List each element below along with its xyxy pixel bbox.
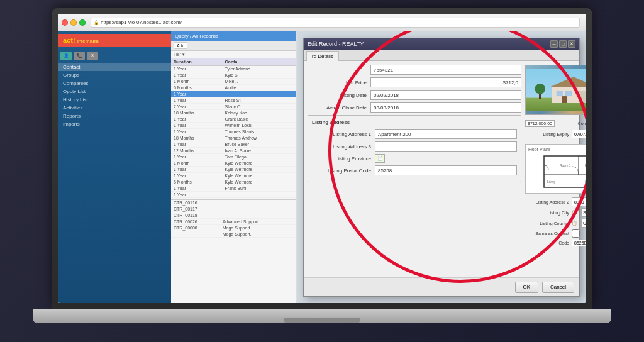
cancel-button[interactable]: Cancel [542,282,574,293]
table-row[interactable]: 1 Year [171,91,296,97]
comm-rate-label: Comm Rate [557,121,586,126]
dialog-close-btn[interactable]: ✕ [568,40,575,48]
sidebar-item-imports[interactable]: Imports [58,120,171,128]
sidebar-label: Oppty List [63,89,86,94]
browser-address-bar[interactable]: 🔒 https://sap1-vio-07.hosted1.act.com/ [91,18,580,28]
listing-date-input[interactable] [370,90,521,100]
table-row[interactable]: 1 YearKyle S [171,72,296,79]
dialog-bottom: OK Cancel [304,277,579,296]
address-section: Listing Address Listing Address 1 [308,115,521,182]
close-date-input[interactable] [370,102,521,113]
table-row[interactable]: 1 YearThomas Stanis [171,129,296,135]
list-filter[interactable]: Tier ▾ [171,51,296,58]
browser-close-btn[interactable] [62,19,68,26]
sidebar-label: Activities [63,105,83,111]
nav-icon-1[interactable]: 👤 [60,52,72,60]
table-row[interactable]: CTR_00117 [171,206,296,212]
address3-input[interactable] [375,141,517,152]
table-row[interactable]: 6 MonthsKyle Wetmore [171,179,296,185]
id-input[interactable] [370,65,521,75]
table-row[interactable]: CTR_00116 [171,200,296,206]
table-row[interactable]: 1 YearTom Filega [171,154,296,160]
nav-icon-2[interactable]: 📞 [74,52,85,60]
listing-expiry-input[interactable] [572,130,586,138]
province-document-icon[interactable]: 📄 [375,154,385,163]
ok-button[interactable]: OK [515,282,539,293]
table-row[interactable]: 1 YearWilhelm Loku [171,123,296,129]
address1-label: Listing Address 1 [312,131,375,137]
table-row[interactable]: CTR_00008Mega Support... [171,225,296,231]
property-photo-svg [526,65,586,114]
dialog-minimize-btn[interactable]: ─ [550,40,558,48]
table-row[interactable]: 2 YearStacy O [171,104,296,110]
table-row[interactable]: 18 MonthsKelsey Kac [171,110,296,116]
sidebar: act! Premium 👤 📞 ✉ Contact Groups Com [58,31,171,303]
dialog-left-panel: List Price Listing Date [308,65,521,284]
table-row[interactable]: 1 YearBruce Baker [171,141,296,148]
tab-rd-details[interactable]: rd Details [306,51,339,61]
col-duration: Duration [171,58,223,66]
table-row[interactable]: 12 MonthsIvan A. Stake [171,148,296,154]
sidebar-item-activities[interactable]: Activities [58,104,171,112]
table-row[interactable]: 1 MonthKyle Wetmore [171,160,296,167]
table-row[interactable]: 1 YearRose St [171,97,296,104]
list-table: Duration Conta 1 YearTyler Advanc 1 Year… [171,58,296,198]
sidebar-item-groups[interactable]: Groups [58,71,171,79]
table-row[interactable]: 18 MonthsThomas Andrew [171,135,296,141]
col-contact: Conta [223,58,296,66]
sidebar-item-reports[interactable]: Reports [58,112,171,120]
dialog-right-panel: $712,000.00 Comm Rate 2nd Listing Expiry [525,65,586,284]
table-row[interactable]: 1 YearKyle Wetmore [171,173,296,179]
table-row[interactable]: 6 MonthsAddie [171,85,296,91]
nav-icon-3[interactable]: ✉ [87,52,98,60]
dialog-title: Edit Record - REALTY [308,41,364,47]
table-row[interactable]: 1 MonthMike .. [171,79,296,85]
svg-rect-5 [557,91,563,96]
sidebar-item-history[interactable]: History List [58,96,171,104]
table-row[interactable]: 1 YearGrant Basic [171,116,296,123]
logo-text: act! [63,36,75,44]
sidebar-label: Reports [63,113,80,119]
table-row[interactable]: CTR_00026Advanced Support... [171,219,296,225]
property-photo [525,65,586,115]
address2-row: Listing Address 2 [525,197,586,206]
app-area: act! Premium 👤 📞 ✉ Contact Groups Com [58,31,586,303]
country-select[interactable]: United States [581,219,586,228]
postal-code-input[interactable] [375,165,517,175]
close-date-row: Actual Close Date [308,102,521,113]
city-label: Listing City [525,211,569,215]
browser-maximize-btn[interactable] [79,19,86,26]
dialog-body: List Price Listing Date [304,61,579,287]
table-row[interactable]: 1 YearKyle Wetmore [171,167,296,173]
dialog-tabs: rd Details [304,50,579,61]
address2-label: Listing Address 2 [525,200,569,204]
svg-text:Room 1: Room 1 [560,163,571,167]
table-row[interactable]: Mega Support... [171,231,296,238]
dialog-titlebar: Edit Record - REALTY ─ □ ✕ [304,38,579,50]
address1-row: Listing Address 1 [312,129,517,139]
table-row[interactable]: 1 YearFrank Buhl [171,185,296,192]
same-as-checkbox[interactable] [572,229,580,238]
svg-rect-7 [562,96,567,103]
svg-rect-4 [579,91,586,103]
table-row[interactable]: 1 YearTyler Advanc [171,66,296,72]
table-row[interactable]: CTR_00118 [171,212,296,219]
main-area: Edit Record - REALTY ─ □ ✕ rd D [297,31,586,303]
postal-code-label: Listing Postal Code [312,168,375,174]
address2-input[interactable] [572,197,586,206]
add-button[interactable]: Add [174,42,187,49]
sidebar-item-oppty[interactable]: Oppty List [58,87,171,96]
laptop-screen: 🔒 https://sap1-vio-07.hosted1.act.com/ a… [58,14,586,303]
dialog-restore-btn[interactable]: □ [559,40,567,48]
postal-code-row: Listing Postal Code [312,165,517,175]
table-row[interactable]: 1 Year [171,192,296,198]
address1-input[interactable] [375,129,517,139]
city-select[interactable]: Scottsdale [581,208,586,217]
city-icon: 📋 [572,210,577,215]
sidebar-item-contact[interactable]: Contact [58,63,171,71]
browser-minimize-btn[interactable] [70,19,77,26]
sidebar-item-companies[interactable]: Companies [58,79,171,87]
lock-icon: 🔒 [94,20,99,25]
postal-bottom-label: Code [525,241,569,245]
list-price-input[interactable] [370,77,521,87]
